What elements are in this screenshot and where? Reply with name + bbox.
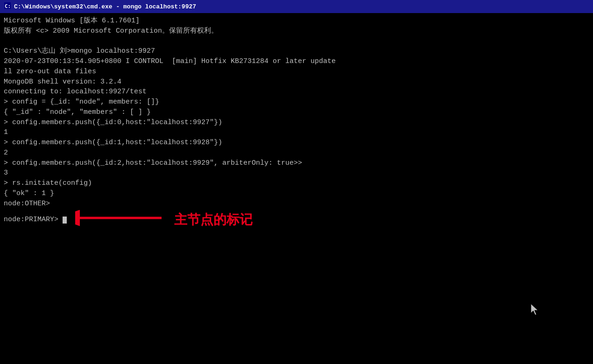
terminal-line-19: node:OTHER> <box>4 199 589 209</box>
terminal-line-5: 2020-07-23T00:13:54.905+0800 I CONTROL [… <box>4 56 589 67</box>
terminal-line-18: { "ok" : 1 } <box>4 189 589 199</box>
window: C: C:\Windows\system32\cmd.exe - mongo l… <box>0 0 593 364</box>
annotation-row: node:PRIMARY> 主节点的标记 <box>4 209 589 231</box>
annotation-label: 主节点的标记 <box>174 210 253 230</box>
terminal-line-15: > config.members.push({_id:2,host:"local… <box>4 158 589 168</box>
terminal-cursor <box>63 217 67 224</box>
title-bar-icon: C: <box>4 2 11 11</box>
terminal-line-12: 1 <box>4 127 589 138</box>
terminal-line-1: Microsoft Windows [版本 6.1.7601] <box>4 16 589 26</box>
terminal-line-16: 3 <box>4 168 589 178</box>
terminal-line-10: { "_id" : "node", "members" : [ ] } <box>4 107 589 118</box>
terminal-line-14: 2 <box>4 148 589 158</box>
svg-text:C:: C: <box>5 3 11 9</box>
annotation-arrow-icon <box>75 209 169 231</box>
terminal-line-13: > config.members.push({_id:1,host:"local… <box>4 138 589 148</box>
terminal-body[interactable]: Microsoft Windows [版本 6.1.7601] 版权所有 <c>… <box>0 13 593 364</box>
svg-marker-4 <box>531 304 538 315</box>
terminal-line-17: > rs.initiate(config) <box>4 178 589 189</box>
terminal-line-20: node:PRIMARY> <box>4 215 63 225</box>
title-bar: C: C:\Windows\system32\cmd.exe - mongo l… <box>0 0 593 13</box>
terminal-line-11: > config.members.push({_id:0,host:"local… <box>4 118 589 128</box>
terminal-line-4: C:\Users\志山 刘>mongo localhost:9927 <box>4 46 589 56</box>
terminal-line-8: connecting to: localhost:9927/test <box>4 87 589 97</box>
terminal-line-7: MongoDB shell version: 3.2.4 <box>4 77 589 87</box>
terminal-line-9: > config = {_id: "node", members: []} <box>4 97 589 107</box>
title-bar-text: C:\Windows\system32\cmd.exe - mongo loca… <box>14 3 196 10</box>
terminal-line-3 <box>4 36 589 47</box>
terminal-line-2: 版权所有 <c> 2009 Microsoft Corporation。保留所有… <box>4 26 589 36</box>
mouse-cursor <box>530 303 539 318</box>
terminal-line-6: ll zero-out data files <box>4 67 589 77</box>
